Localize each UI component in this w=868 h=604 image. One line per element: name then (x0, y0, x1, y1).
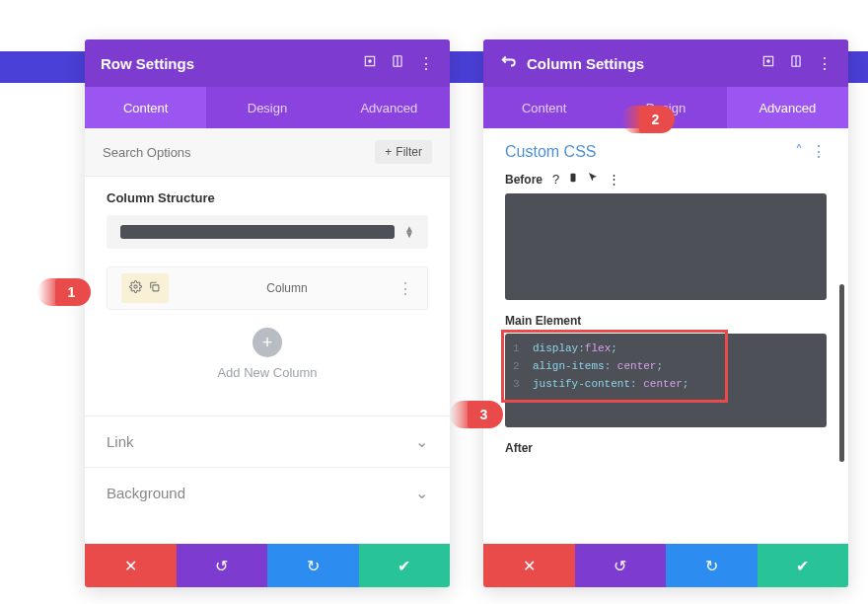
panel-title: Row Settings (101, 55, 363, 72)
column-structure-label: Column Structure (107, 190, 428, 205)
panel-header: Column Settings ⋮ (483, 39, 848, 87)
help-icon[interactable]: ? (552, 172, 559, 187)
undo-button[interactable]: ↺ (177, 544, 268, 587)
search-row: +Filter (85, 128, 450, 177)
expand-icon[interactable] (363, 54, 377, 72)
accordion-link[interactable]: Link ⌄ (85, 415, 450, 467)
chevron-down-icon: ⌄ (415, 432, 428, 451)
expand-icon[interactable] (761, 54, 775, 72)
column-bar-icon (120, 225, 395, 239)
menu-icon[interactable]: ⋮ (811, 142, 827, 161)
cancel-button[interactable]: ✕ (85, 544, 177, 587)
back-icon[interactable] (499, 52, 517, 74)
highlight-box (501, 330, 728, 403)
menu-icon[interactable]: ⋮ (608, 172, 620, 187)
responsive-icon[interactable] (391, 54, 404, 72)
main-element-css-input[interactable]: 1display:flex; 2align-items: center; 3ju… (505, 334, 827, 427)
after-label: After (505, 441, 533, 455)
search-input[interactable] (103, 145, 375, 160)
updown-icon: ▲▼ (404, 226, 414, 238)
annotation-badge-1: 1 (55, 278, 91, 306)
tab-design[interactable]: Design (206, 87, 327, 128)
before-css-input[interactable] (505, 193, 827, 300)
chevron-up-icon[interactable]: ˄ (795, 142, 803, 161)
annotation-badge-3: 3 (468, 401, 503, 428)
accordion-background[interactable]: Background ⌄ (85, 467, 450, 518)
undo-button[interactable]: ↺ (575, 544, 667, 587)
panel-footer: ✕ ↺ ↻ ✔ (483, 544, 848, 587)
panel-header: Row Settings ⋮ (85, 39, 450, 87)
svg-point-1 (369, 60, 371, 62)
redo-button[interactable]: ↻ (267, 544, 359, 587)
cancel-button[interactable]: ✕ (483, 544, 575, 587)
svg-point-7 (767, 60, 769, 62)
column-row[interactable]: Column ⋮ (107, 266, 428, 310)
hover-icon[interactable] (587, 171, 599, 188)
svg-rect-5 (153, 285, 159, 291)
duplicate-icon[interactable] (148, 279, 161, 297)
menu-icon[interactable]: ⋮ (418, 54, 434, 73)
responsive-icon[interactable] (789, 54, 803, 72)
save-button[interactable]: ✔ (758, 544, 849, 587)
scrollbar[interactable] (839, 284, 844, 462)
annotation-badge-2: 2 (639, 106, 675, 133)
column-menu-icon[interactable]: ⋮ (398, 279, 413, 298)
menu-icon[interactable]: ⋮ (817, 54, 832, 73)
column-structure-selector[interactable]: ▲▼ (107, 215, 428, 249)
add-column-button[interactable]: + (253, 328, 282, 357)
tab-content[interactable]: Content (85, 87, 206, 128)
tab-advanced[interactable]: Advanced (328, 87, 450, 128)
gear-icon[interactable] (129, 279, 142, 297)
column-label: Column (177, 281, 398, 295)
panel-title: Column Settings (527, 55, 761, 72)
main-element-label: Main Element (505, 314, 581, 328)
row-settings-panel: Row Settings ⋮ Content Design Advanced +… (85, 39, 450, 587)
svg-point-4 (134, 285, 137, 288)
save-button[interactable]: ✔ (359, 544, 451, 587)
svg-rect-10 (571, 174, 576, 182)
phone-icon[interactable] (568, 171, 578, 188)
panel-footer: ✕ ↺ ↻ ✔ (85, 544, 450, 587)
chevron-down-icon: ⌄ (415, 484, 428, 502)
add-column-label: Add New Column (107, 365, 428, 380)
tabs: Content Design Advanced (85, 87, 450, 128)
tab-advanced[interactable]: Advanced (727, 87, 848, 128)
filter-button[interactable]: +Filter (375, 140, 432, 164)
custom-css-title: Custom CSS (505, 143, 596, 161)
tab-content[interactable]: Content (483, 87, 605, 128)
before-label: Before (505, 173, 542, 187)
redo-button[interactable]: ↻ (666, 544, 758, 587)
